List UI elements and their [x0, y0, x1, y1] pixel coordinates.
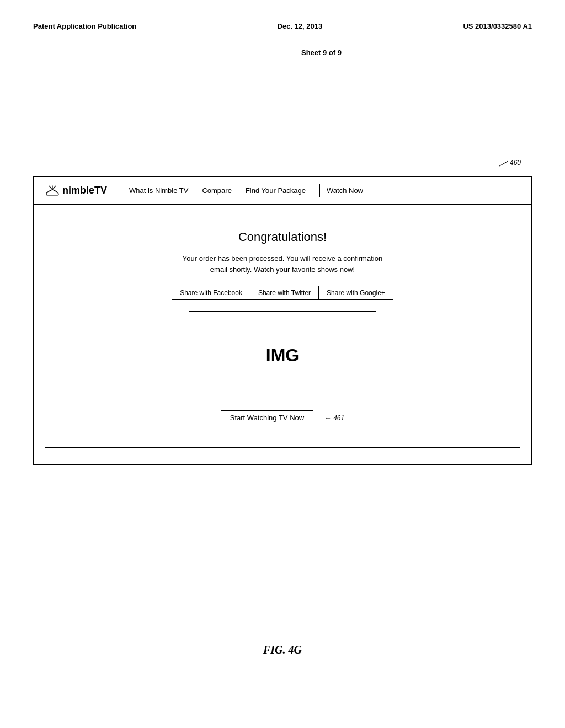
share-buttons: Share with Facebook Share with Twitter S…	[67, 286, 498, 300]
nav-compare[interactable]: Compare	[202, 186, 231, 195]
nav-links: What is Nimble TV Compare Find Your Pack…	[129, 184, 520, 197]
content-area: Congratulations! Your order has been pro…	[45, 213, 520, 448]
order-message-line1: Your order has been processed. You will …	[183, 254, 382, 263]
patent-header: Patent Application Publication Dec. 12, …	[0, 0, 565, 41]
navbar: nimbleTV What is Nimble TV Compare Find …	[34, 177, 531, 205]
diagram-container: nimbleTV What is Nimble TV Compare Find …	[33, 176, 532, 465]
img-placeholder: IMG	[189, 311, 376, 399]
logo-text: nimbleTV	[62, 185, 107, 196]
start-watching-button[interactable]: Start Watching TV Now	[221, 410, 313, 425]
svg-line-1	[52, 186, 56, 190]
ref-461: ← 461	[324, 414, 344, 422]
start-watching-area: Start Watching TV Now ← 461	[67, 410, 498, 425]
ref-460: 460	[510, 159, 521, 167]
order-message-line2: email shortly. Watch your favorite shows…	[210, 265, 355, 274]
nimble-logo-icon	[45, 185, 60, 196]
header-center: Dec. 12, 2013	[278, 22, 323, 30]
share-twitter-button[interactable]: Share with Twitter	[250, 286, 319, 300]
diagram-bottom-padding	[34, 456, 531, 464]
watch-now-button[interactable]: Watch Now	[319, 184, 370, 197]
figure-label: FIG. 4G	[263, 644, 302, 656]
header-right: US 2013/0332580 A1	[463, 22, 532, 30]
order-message: Your order has been processed. You will …	[67, 253, 498, 275]
nimble-logo: nimbleTV	[45, 185, 107, 196]
nav-find-package[interactable]: Find Your Package	[246, 186, 306, 195]
svg-line-0	[49, 186, 52, 190]
img-label: IMG	[266, 345, 299, 366]
header-left: Patent Application Publication	[33, 22, 136, 30]
share-google-button[interactable]: Share with Google+	[319, 286, 393, 300]
congratulations-title: Congratulations!	[67, 230, 498, 244]
share-facebook-button[interactable]: Share with Facebook	[172, 286, 250, 300]
sheet-label: Sheet 9 of 9	[301, 49, 342, 57]
nav-what-is-nimble[interactable]: What is Nimble TV	[129, 186, 188, 195]
